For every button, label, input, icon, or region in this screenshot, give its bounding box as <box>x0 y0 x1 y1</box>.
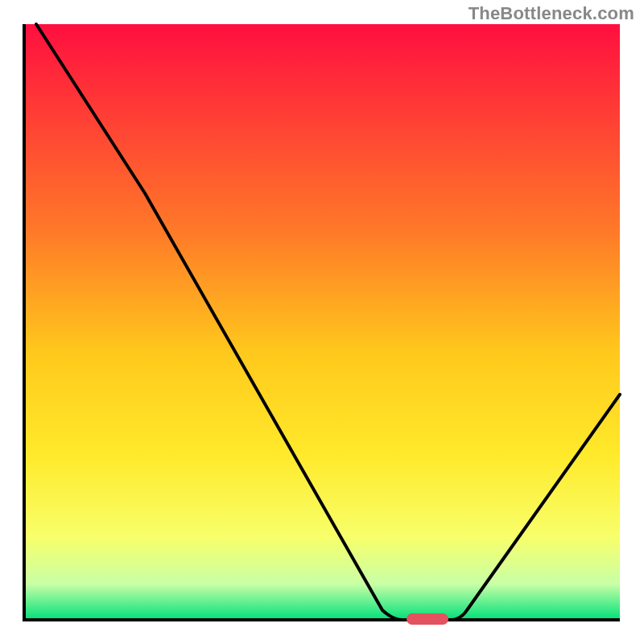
trough-marker <box>407 613 448 625</box>
chart-container: TheBottleneck.com <box>0 0 644 644</box>
chart-svg <box>0 0 644 644</box>
plot-background <box>24 24 620 620</box>
watermark-text: TheBottleneck.com <box>469 3 634 24</box>
